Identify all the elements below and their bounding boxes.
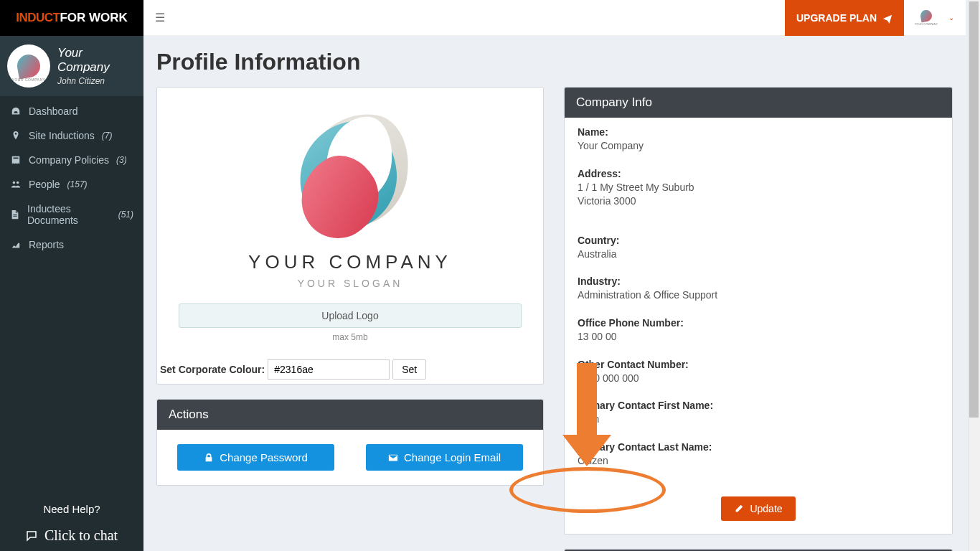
sidebar: INDUCTFOR WORK YOUR COMPANY Your Company…: [0, 0, 143, 551]
need-help[interactable]: Need Help?: [0, 503, 143, 515]
envelope-icon: [388, 453, 398, 463]
info-other-contact: Other Contact Number: 0400 000 000: [578, 353, 939, 395]
company-info-header: Company Info: [565, 88, 952, 118]
sidebar-item-inductees-documents[interactable]: Inductees Documents (51): [0, 197, 143, 232]
info-first-name: Primary Contact First Name: John: [578, 394, 939, 435]
info-name: Name: Your Company: [578, 121, 939, 162]
corporate-colour-label: Set Corporate Colour:: [160, 364, 265, 375]
chevron-down-icon[interactable]: ⌄: [948, 14, 954, 22]
sidebar-item-dashboard[interactable]: Dashboard: [0, 99, 143, 123]
people-icon: [10, 179, 22, 189]
count-badge: (51): [118, 209, 133, 220]
logo-slogan: YOUR SLOGAN: [298, 278, 403, 289]
paper-plane-icon: [882, 11, 892, 23]
sidebar-item-people[interactable]: People (157): [0, 172, 143, 197]
update-button[interactable]: Update: [721, 496, 795, 521]
page-title: Profile Information: [156, 49, 953, 75]
svg-point-1: [17, 182, 19, 184]
pencil-icon: [734, 504, 744, 514]
logo-company-name: YOUR COMPANY: [248, 251, 452, 273]
count-badge: (7): [102, 131, 113, 141]
change-password-button[interactable]: Change Password: [177, 444, 334, 471]
count-badge: (3): [116, 155, 127, 165]
sidebar-item-company-policies[interactable]: Company Policies (3): [0, 148, 143, 172]
sidebar-item-site-inductions[interactable]: Site Inductions (7): [0, 123, 143, 148]
chart-icon: [10, 240, 22, 250]
info-last-name: Primary Contact Last Name: Citizen: [578, 435, 939, 477]
sidebar-item-label: Dashboard: [29, 105, 78, 117]
sidebar-item-reports[interactable]: Reports: [0, 232, 143, 257]
sidebar-item-label: Reports: [29, 239, 64, 250]
lock-icon: [204, 453, 214, 463]
avatar: YOUR COMPANY: [7, 44, 50, 88]
count-badge: (157): [67, 179, 88, 189]
sidebar-item-label: People: [29, 179, 60, 190]
nav: Dashboard Site Inductions (7) Company Po…: [0, 96, 143, 257]
sidebar-item-label: Site Inductions: [29, 130, 95, 141]
info-country: Country: Australia: [578, 217, 939, 270]
topbar: ☰ UPGRADE PLAN YOUR COMPANY ⌄: [143, 0, 966, 36]
document-icon: [10, 209, 20, 220]
upload-logo-button[interactable]: Upload Logo: [179, 303, 522, 328]
user-company: Your Company: [57, 46, 136, 75]
chat-icon: [26, 530, 37, 542]
pin-icon: [10, 131, 22, 141]
company-info-panel: Company Info Name: Your Company Address:…: [564, 87, 953, 534]
scrollbar[interactable]: [968, 0, 980, 551]
hamburger-icon[interactable]: ☰: [155, 11, 165, 24]
info-address: Address: 1 / 1 My Street My Suburb Victo…: [578, 162, 939, 217]
info-phone: Office Phone Number: 13 00 00: [578, 311, 939, 353]
upgrade-plan-button[interactable]: UPGRADE PLAN: [785, 0, 904, 36]
logo-panel: YOUR COMPANY YOUR SLOGAN Upload Logo max…: [156, 87, 544, 385]
set-colour-button[interactable]: Set: [392, 359, 426, 380]
brand-part1: INDUCT: [16, 11, 60, 25]
user-name: John Citizen: [57, 76, 136, 86]
user-panel[interactable]: YOUR COMPANY Your Company John Citizen: [0, 36, 143, 96]
info-industry: Industry: Administration & Office Suppor…: [578, 270, 939, 311]
brand-part2: FOR WORK: [60, 11, 127, 25]
book-icon: [10, 155, 22, 165]
click-to-chat[interactable]: Click to chat: [0, 527, 143, 544]
brand-logo[interactable]: INDUCTFOR WORK: [0, 0, 143, 36]
actions-header: Actions: [157, 400, 543, 430]
change-login-email-button[interactable]: Change Login Email: [366, 444, 523, 471]
corporate-colour-input[interactable]: [268, 359, 390, 380]
sidebar-item-label: Company Policies: [29, 154, 109, 166]
dashboard-icon: [10, 106, 22, 116]
svg-point-0: [13, 182, 16, 184]
company-logo-mini[interactable]: YOUR COMPANY: [914, 6, 938, 30]
main-content: Profile Information YOUR COMPANY YOUR SL…: [143, 36, 966, 551]
company-logo: [286, 109, 415, 238]
upload-hint: max 5mb: [332, 332, 367, 342]
actions-panel: Actions Change Password Change Login Ema…: [156, 399, 544, 486]
scrollbar-thumb[interactable]: [969, 1, 979, 418]
sidebar-item-label: Inductees Documents: [27, 203, 111, 226]
